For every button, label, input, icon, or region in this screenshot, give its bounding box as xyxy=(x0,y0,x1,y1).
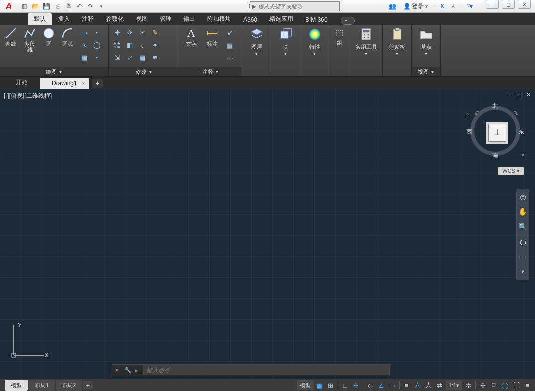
ribbon-state-toggle[interactable] xyxy=(341,17,355,25)
undo-icon[interactable]: ↶ xyxy=(74,1,84,11)
viewcube-north[interactable]: 北 xyxy=(492,102,498,110)
layout2-tab[interactable]: 布局2 xyxy=(56,380,82,391)
text-button[interactable]: A 文字 xyxy=(182,27,200,47)
viewcube-home-icon[interactable]: ⌂ xyxy=(465,111,469,119)
mirror-icon[interactable]: ◧ xyxy=(124,39,135,50)
tab-a360[interactable]: A360 xyxy=(237,15,263,25)
stretch-icon[interactable]: ⇲ xyxy=(112,52,123,63)
layout1-tab[interactable]: 布局1 xyxy=(29,380,55,391)
new-icon[interactable]: ▥ xyxy=(19,1,29,11)
vp-close-icon[interactable]: ✕ xyxy=(526,91,531,98)
tab-output[interactable]: 输出 xyxy=(178,13,201,25)
arc-button[interactable]: 圆弧 xyxy=(60,27,76,47)
leader-icon[interactable]: ↙ xyxy=(224,27,235,38)
orbit-icon[interactable]: ⭮ xyxy=(518,237,528,247)
viewcube-top-face[interactable]: 上 xyxy=(488,124,506,142)
layers-button[interactable]: 图层▼ xyxy=(245,27,268,56)
viewport-controls-label[interactable]: [-][俯视][二维线框] xyxy=(4,92,52,100)
viewcube-east[interactable]: 东 xyxy=(518,128,524,136)
tab-insert[interactable]: 插入 xyxy=(52,13,76,25)
table-icon[interactable]: ▤ xyxy=(224,40,235,51)
ortho-icon[interactable]: ∟ xyxy=(340,380,350,390)
model-space-button[interactable]: 模型 xyxy=(297,380,314,390)
hatch-dd-icon[interactable]: ▾ xyxy=(91,52,102,63)
exchange-x-icon[interactable]: X xyxy=(438,2,446,11)
redo-icon[interactable]: ↷ xyxy=(85,1,95,11)
offset-icon[interactable]: ≋ xyxy=(149,52,160,63)
navbar-dd-icon[interactable]: ▼ xyxy=(518,267,528,277)
viewcube-south[interactable]: 南 xyxy=(492,151,498,160)
copy-icon[interactable]: ⿻ xyxy=(112,39,123,50)
maximize-button[interactable]: ◻ xyxy=(502,0,515,9)
hardware-accel-icon[interactable]: ◯ xyxy=(500,380,510,390)
vp-maximize-icon[interactable]: ◻ xyxy=(517,91,523,98)
tab-addins[interactable]: 附加模块 xyxy=(201,13,237,25)
zoom-extents-icon[interactable]: 🔍 xyxy=(518,222,528,232)
viewcube-west[interactable]: 西 xyxy=(466,128,472,136)
dimension-button[interactable]: 标注 xyxy=(203,27,221,47)
help-icon[interactable]: ?▾ xyxy=(464,2,475,11)
erase-icon[interactable]: ✎ xyxy=(149,27,160,38)
cleanscreen-icon[interactable]: ⛶ xyxy=(511,380,521,390)
lineweight-icon[interactable]: ≡ xyxy=(402,380,412,390)
model-viewport[interactable]: [-][俯视][二维线框] — ◻ ✕ ⌂ ↶ ↶ 上 北 南 东 西 ▼ WC… xyxy=(0,89,535,379)
tab-featured[interactable]: 精选应用 xyxy=(263,13,299,25)
minimize-button[interactable]: — xyxy=(486,0,499,9)
isodraft-icon[interactable]: ◇ xyxy=(365,380,375,390)
customize-status-icon[interactable]: ≡ xyxy=(522,380,532,390)
scale-button[interactable]: 1:1 ▾ xyxy=(446,380,462,390)
view-cube[interactable]: ⌂ ↶ ↶ 上 北 南 东 西 ▼ xyxy=(465,101,525,161)
panel-annotate-label[interactable]: 注释▼ xyxy=(179,67,242,76)
vp-minimize-icon[interactable]: — xyxy=(508,91,514,98)
command-input[interactable] xyxy=(143,365,389,375)
save-icon[interactable]: 💾 xyxy=(41,1,51,11)
tab-view[interactable]: 视图 xyxy=(130,13,154,25)
annoauto-icon[interactable]: ⇄ xyxy=(435,380,445,390)
annovis-icon[interactable]: 人 xyxy=(424,380,434,390)
ellipse-icon[interactable]: ◯ xyxy=(91,39,102,50)
infocenter-icon[interactable]: 👥 xyxy=(387,2,398,11)
help-search-input[interactable] xyxy=(258,3,328,9)
cmd-close-icon[interactable]: × xyxy=(111,367,122,374)
line-button[interactable]: 直线 xyxy=(3,27,19,47)
app-logo-icon[interactable]: A xyxy=(0,0,17,13)
showmotion-icon[interactable]: ≣ xyxy=(518,252,528,262)
circle-button[interactable]: 圆 xyxy=(41,27,57,47)
gear-icon[interactable]: ✲ xyxy=(463,380,473,390)
tab-manage[interactable]: 管理 xyxy=(154,13,178,25)
explode-icon[interactable]: ✶ xyxy=(149,39,160,50)
model-tab[interactable]: 模型 xyxy=(5,380,28,391)
panel-modify-label[interactable]: 修改▼ xyxy=(109,67,179,76)
rectangle-dd-icon[interactable]: ▾ xyxy=(91,27,102,38)
fillet-icon[interactable]: ◟ xyxy=(137,39,148,50)
panel-draw-label[interactable]: 绘图▼ xyxy=(0,67,108,76)
otrack-icon[interactable]: ▭ xyxy=(387,380,397,390)
sign-in-button[interactable]: 👤登录▼ xyxy=(401,1,431,12)
polyline-button[interactable]: 多段线 xyxy=(22,27,38,53)
trim-icon[interactable]: ✂ xyxy=(137,27,148,38)
ucs-icon[interactable]: Y X xyxy=(9,320,49,360)
viewcube-menu-icon[interactable]: ▼ xyxy=(521,153,525,158)
help-search[interactable]: ▶ xyxy=(250,1,340,11)
rectangle-icon[interactable]: ▭ xyxy=(79,27,90,38)
qat-dropdown-icon[interactable]: ▼ xyxy=(96,1,106,11)
snap-toggle-icon[interactable]: ⊞ xyxy=(326,380,336,390)
basepoint-button[interactable]: 基点▼ xyxy=(415,27,437,56)
cmd-customize-icon[interactable]: 🔧 xyxy=(122,367,133,374)
tab-annotate[interactable]: 注释 xyxy=(76,13,100,25)
osnap-icon[interactable]: ∠ xyxy=(376,380,386,390)
clipboard-button[interactable]: 剪贴板▼ xyxy=(386,27,408,56)
hatch-icon[interactable]: ▦ xyxy=(79,52,90,63)
panel-view-dd[interactable]: 视图▼ xyxy=(412,67,440,76)
block-button[interactable]: 块▼ xyxy=(274,27,297,56)
tab-bim360[interactable]: BIM 360 xyxy=(299,15,334,25)
open-icon[interactable]: 📂 xyxy=(30,1,40,11)
annoscale-icon[interactable]: Å xyxy=(413,380,423,390)
print-icon[interactable]: 🖶 xyxy=(63,1,73,11)
spline-icon[interactable]: ∿ xyxy=(79,39,90,50)
annotate-more-icon[interactable]: ⋯ xyxy=(224,53,235,64)
close-button[interactable]: ✕ xyxy=(518,0,531,9)
group-button[interactable]: ⬚ 组 xyxy=(336,28,343,47)
scale-icon[interactable]: ⤢ xyxy=(124,52,135,63)
pan-icon[interactable]: ✋ xyxy=(518,207,528,217)
